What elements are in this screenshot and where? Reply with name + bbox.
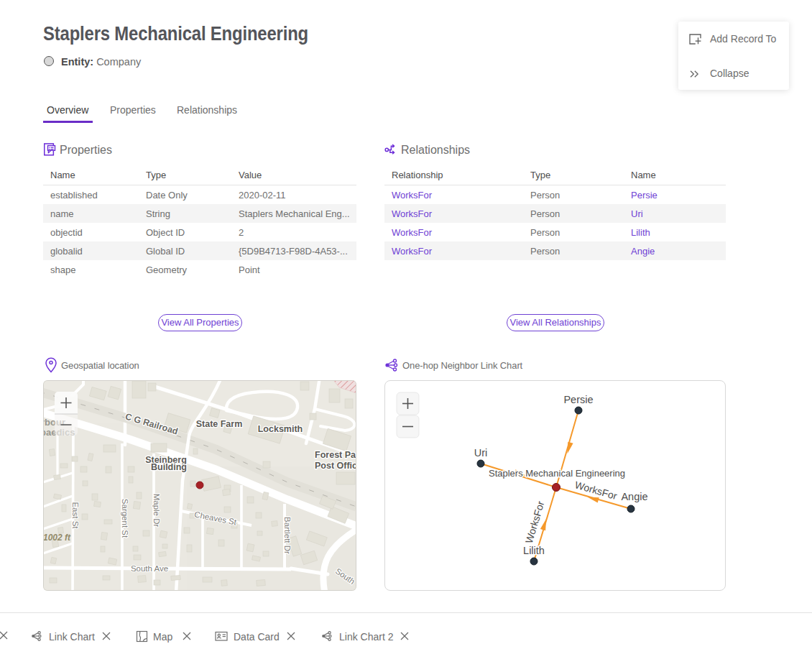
svg-text:State Farm: State Farm	[196, 419, 243, 429]
svg-text:Forest Par: Forest Par	[315, 450, 356, 460]
svg-text:Maple Dr: Maple Dr	[152, 494, 161, 528]
svg-text:Lilith: Lilith	[523, 545, 545, 556]
svg-text:Persie: Persie	[563, 394, 593, 405]
svg-text:South Ave: South Ave	[131, 564, 168, 573]
svg-text:WorksFor: WorksFor	[523, 500, 547, 545]
svg-text:Uri: Uri	[474, 447, 488, 459]
svg-text:Bartlett Dr: Bartlett Dr	[283, 517, 292, 554]
svg-text:Staplers Mechanical Engineerin: Staplers Mechanical Engineering	[489, 468, 625, 479]
svg-text:East St: East St	[71, 502, 80, 529]
svg-text:Post Office: Post Office	[315, 461, 356, 471]
svg-text:Sargent St: Sargent St	[121, 499, 129, 538]
svg-text:Locksmith: Locksmith	[258, 424, 303, 434]
svg-text:Angie: Angie	[621, 491, 647, 502]
svg-text:Building: Building	[151, 462, 187, 472]
svg-text:1002 ft: 1002 ft	[43, 533, 71, 543]
